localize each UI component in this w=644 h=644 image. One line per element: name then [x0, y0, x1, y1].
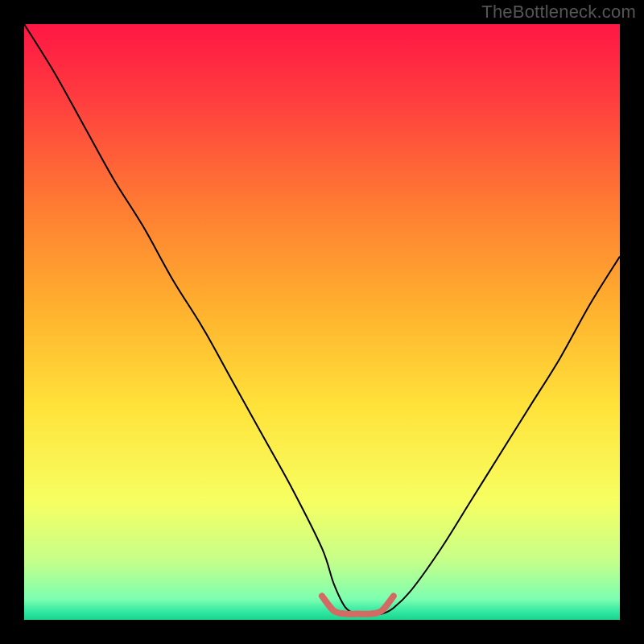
chart-frame: TheBottleneck.com [0, 0, 644, 644]
chart-svg [24, 24, 620, 620]
plot-area [24, 24, 620, 620]
attribution-text: TheBottleneck.com [481, 2, 636, 23]
gradient-background [24, 24, 620, 620]
